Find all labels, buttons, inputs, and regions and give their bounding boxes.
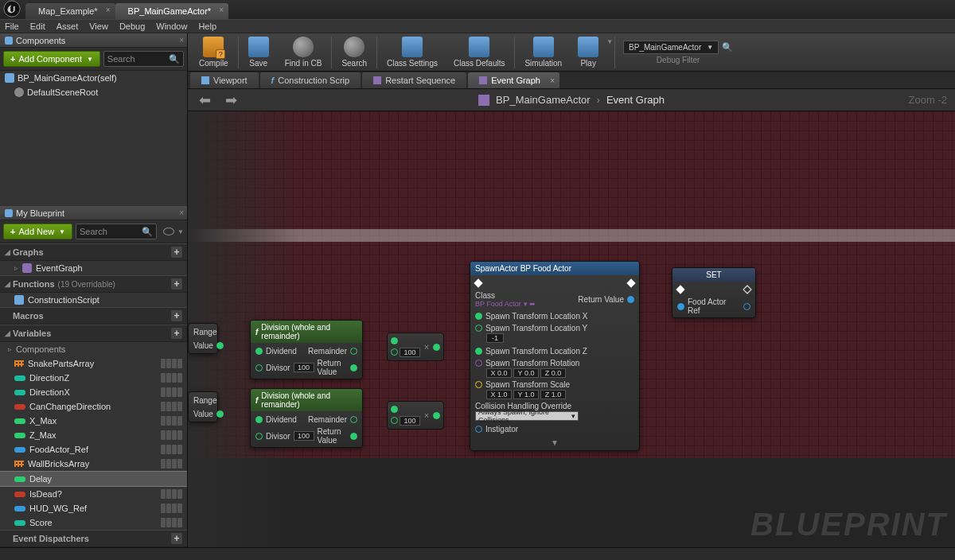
- add-icon[interactable]: +: [171, 247, 182, 258]
- tab-construction-script[interactable]: fConstruction Scrip: [260, 72, 361, 88]
- close-icon[interactable]: ×: [550, 76, 555, 85]
- node-stub-a[interactable]: Range Value: [188, 323, 218, 354]
- variable-item[interactable]: CanChangeDirection: [0, 399, 187, 414]
- variable-item[interactable]: Delay: [0, 471, 187, 487]
- search-button[interactable]: Search: [333, 35, 375, 69]
- variable-item[interactable]: DirectionZ: [0, 371, 187, 385]
- close-icon[interactable]: ×: [106, 6, 111, 14]
- variable-item[interactable]: WallBricksArray: [0, 457, 187, 471]
- variable-item[interactable]: IsDead?: [0, 487, 187, 501]
- variable-item[interactable]: HUD_WG_Ref: [0, 501, 187, 515]
- variable-item[interactable]: FoodActor_Ref: [0, 442, 187, 457]
- section-graphs[interactable]: ◢Graphs+: [0, 243, 187, 261]
- title-tab-bar: Map_Example*× BP_MainGameActor*×: [0, 0, 955, 19]
- node-multiply-a[interactable]: 100 ×: [387, 332, 444, 361]
- search-icon: 🔍: [142, 227, 153, 237]
- collision-select[interactable]: Always Spawn, Ignore Collisions▾: [475, 411, 579, 421]
- save-button[interactable]: Save: [240, 35, 277, 69]
- debug-filter-select[interactable]: BP_MainGameActor▼: [623, 41, 719, 54]
- node-set[interactable]: SET Food Actor Ref: [672, 267, 756, 318]
- add-icon[interactable]: +: [171, 328, 182, 339]
- search-icon[interactable]: 🔍: [722, 42, 733, 52]
- component-item-root[interactable]: DefaultSceneRoot: [0, 85, 187, 99]
- unreal-logo-icon: [3, 0, 21, 18]
- simulation-button[interactable]: Simulation: [516, 35, 570, 69]
- graph-tab-bar: Viewport fConstruction Scrip Restart Seq…: [188, 72, 955, 89]
- myblueprint-panel-header[interactable]: My Blueprint×: [0, 206, 187, 220]
- component-item-self[interactable]: BP_MainGameActor(self): [0, 71, 187, 85]
- menu-view[interactable]: View: [89, 21, 108, 31]
- add-icon[interactable]: +: [171, 533, 182, 544]
- node-division-b[interactable]: fDivision (whole and remainder) Dividend…: [250, 388, 363, 448]
- section-macros[interactable]: ◢Macros+: [0, 307, 187, 325]
- breadcrumb-parent[interactable]: BP_MainGameActor: [496, 94, 591, 106]
- debug-filter-label: Debug Filter: [623, 56, 733, 64]
- class-settings-button[interactable]: Class Settings: [379, 35, 446, 69]
- breadcrumb-current: Event Graph: [606, 94, 665, 106]
- eye-icon[interactable]: [163, 228, 174, 235]
- variable-item[interactable]: SnakePartsArray: [0, 356, 187, 371]
- variable-item[interactable]: Z_Max: [0, 428, 187, 442]
- menu-file[interactable]: File: [5, 21, 19, 31]
- node-multiply-b[interactable]: 100 ×: [387, 401, 444, 430]
- close-icon[interactable]: ×: [179, 208, 184, 217]
- add-component-button[interactable]: +Add Component▼: [3, 51, 100, 67]
- myblueprint-search-input[interactable]: Search🔍: [76, 224, 157, 239]
- menu-asset[interactable]: Asset: [57, 21, 79, 31]
- section-event-dispatchers[interactable]: ◢Event Dispatchers+: [0, 530, 187, 547]
- find-in-cb-button[interactable]: Find in CB: [277, 35, 330, 69]
- close-icon[interactable]: ×: [219, 6, 224, 14]
- node-stub-b[interactable]: Range Value: [188, 391, 218, 422]
- graph-icon: [478, 95, 489, 106]
- tab-event-graph[interactable]: Event Graph×: [468, 72, 559, 88]
- components-search-input[interactable]: Search🔍: [103, 51, 184, 67]
- menu-debug[interactable]: Debug: [119, 21, 145, 31]
- add-icon[interactable]: +: [171, 278, 182, 290]
- add-new-button[interactable]: +Add New▼: [3, 224, 72, 239]
- menu-bar: File Edit Asset View Debug Window Help: [0, 19, 955, 33]
- zoom-label: Zoom -2: [909, 94, 947, 106]
- menu-edit[interactable]: Edit: [30, 21, 45, 31]
- graph-item-eventgraph[interactable]: ▹EventGraph: [0, 261, 187, 275]
- tab-viewport[interactable]: Viewport: [190, 72, 259, 88]
- chevron-right-icon: ›: [597, 94, 600, 106]
- variable-item[interactable]: X_Max: [0, 414, 187, 428]
- status-bar: [0, 547, 955, 560]
- menu-help[interactable]: Help: [198, 21, 216, 31]
- nav-forward-button[interactable]: ➡: [222, 91, 240, 109]
- breadcrumb-bar: ⬅ ➡ BP_MainGameActor › Event Graph Zoom …: [188, 89, 955, 111]
- tab-blueprint[interactable]: BP_MainGameActor*×: [115, 3, 229, 19]
- function-item-constructionscript[interactable]: ConstructionScript: [0, 293, 187, 307]
- section-functions[interactable]: ◢Functions(19 Overridable)+: [0, 275, 187, 293]
- nav-back-button[interactable]: ⬅: [196, 91, 214, 109]
- add-icon[interactable]: +: [171, 310, 182, 321]
- section-variables[interactable]: ◢Variables+: [0, 325, 187, 342]
- play-button[interactable]: Play: [570, 35, 606, 69]
- blueprint-watermark: BLUEPRINT: [750, 507, 947, 542]
- variable-item[interactable]: DirectionX: [0, 385, 187, 399]
- search-icon: 🔍: [169, 54, 180, 64]
- menu-window[interactable]: Window: [156, 21, 187, 31]
- node-division-a[interactable]: fDivision (whole and remainder) Dividend…: [250, 320, 363, 379]
- event-graph-canvas[interactable]: Range Value Range Value fDivision (whole…: [188, 111, 955, 547]
- class-defaults-button[interactable]: Class Defaults: [446, 35, 513, 69]
- toolbar: ?Compile Save Find in CB Search Class Se…: [188, 33, 955, 72]
- svg-point-0: [4, 1, 20, 17]
- node-spawn-actor[interactable]: SpawnActor BP Food Actor ClassBP Food Ac…: [470, 261, 640, 451]
- close-icon[interactable]: ×: [179, 36, 184, 45]
- variable-item[interactable]: Score: [0, 515, 187, 530]
- compile-button[interactable]: ?Compile: [191, 35, 236, 69]
- tab-restart-sequence[interactable]: Restart Sequence: [362, 72, 466, 88]
- tab-map[interactable]: Map_Example*×: [25, 3, 115, 19]
- variables-components-sub[interactable]: ▹Components: [0, 342, 187, 356]
- components-panel-header[interactable]: Components×: [0, 33, 187, 48]
